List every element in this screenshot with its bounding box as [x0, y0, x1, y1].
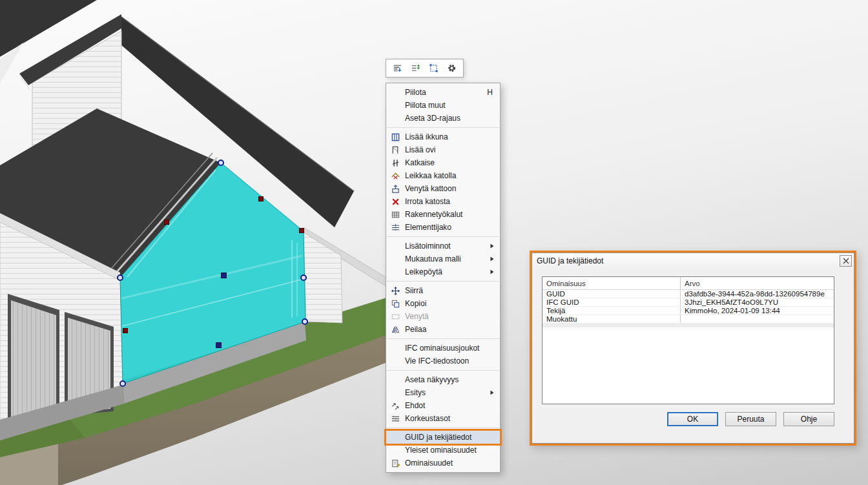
menu-item-ominaisuudet[interactable]: Ominaisuudet	[386, 457, 500, 470]
menu-item-kopioi[interactable]: Kopioi	[386, 297, 500, 310]
selection-handle[interactable]	[118, 275, 123, 280]
sort-list-icon[interactable]	[391, 62, 404, 74]
element-division-icon	[390, 222, 401, 232]
menu-item-ifc-ominaisuusjoukot[interactable]: IFC ominaisuusjoukot	[386, 342, 500, 355]
table-row[interactable]: GUIDd3afdb3e-3944-452a-98dd-13260954789e	[542, 290, 834, 298]
conditions-icon	[390, 400, 401, 411]
menu-item-irrota-katosta[interactable]: Irrota katosta	[386, 195, 500, 208]
guid-dialog: GUID ja tekijätiedot Ominaisuus Arvo GUI…	[532, 253, 854, 444]
selection-handle[interactable]	[301, 275, 306, 280]
close-icon	[843, 258, 849, 264]
menu-item-elementtijako[interactable]: Elementtijako	[386, 221, 500, 234]
selection-handle[interactable]	[302, 319, 307, 324]
properties-icon	[390, 458, 401, 468]
menu-item-piilota-muut[interactable]: Piilota muut	[386, 99, 500, 112]
peruuta-button[interactable]: Peruuta	[725, 412, 776, 426]
garage-door[interactable]	[11, 300, 56, 417]
menu-separator	[387, 281, 499, 282]
submenu-arrow-icon	[490, 256, 495, 262]
dialog-button-row: OKPeruutaOhje	[542, 412, 834, 426]
roof-cut-icon	[390, 170, 401, 181]
menu-separator	[387, 428, 499, 428]
menu-item-siirra[interactable]: Siirrä	[386, 284, 500, 297]
selection-handle[interactable]	[123, 329, 128, 333]
right-end-wall	[304, 232, 342, 323]
stretch-icon	[390, 311, 401, 322]
menu-item-lisaa-ikkuna[interactable]: Lisää ikkuna	[386, 130, 500, 143]
table-header-row: Ominaisuus Arvo	[542, 277, 834, 290]
selection-handle[interactable]	[300, 229, 304, 233]
menu-item-aseta-3d-rajaus[interactable]: Aseta 3D-rajaus	[386, 112, 500, 125]
menu-item-leikkaa-katolla[interactable]: Leikkaa katolla	[386, 169, 500, 182]
select-area-icon[interactable]	[428, 62, 440, 74]
menu-item-guid-ja-tekijatiedot[interactable]: GUID ja tekijätiedot	[386, 431, 500, 444]
stretch-to-roof-icon	[390, 183, 401, 194]
move-icon	[390, 285, 401, 296]
dialog-close-button[interactable]	[840, 255, 852, 267]
dialog-body: Ominaisuus Arvo GUIDd3afdb3e-3944-452a-9…	[532, 268, 854, 443]
ok-button[interactable]: OK	[667, 412, 718, 426]
transfer-settings-icon[interactable]	[409, 62, 422, 74]
mirror-icon	[390, 324, 401, 335]
copy-icon	[390, 298, 401, 309]
selection-handle[interactable]	[165, 220, 169, 225]
shortcut-key: H	[487, 88, 495, 97]
selection-handle[interactable]	[120, 381, 125, 386]
dialog-titlebar[interactable]: GUID ja tekijätiedot	[532, 253, 854, 268]
menu-item-venyta-kattoon[interactable]: Venytä kattoon	[386, 182, 500, 195]
menu-item-rakennetyokalut[interactable]: Rakennetyökalut	[386, 208, 500, 221]
break-icon	[390, 158, 401, 168]
properties-table: Ominaisuus Arvo GUIDd3afdb3e-3944-452a-9…	[542, 276, 834, 404]
window-icon	[390, 132, 401, 142]
selection-handle[interactable]	[216, 343, 222, 348]
selection-handle[interactable]	[222, 273, 227, 278]
submenu-arrow-icon	[490, 269, 495, 274]
table-row[interactable]: TekijäKimmoHo, 2024-01-09 13:44	[542, 307, 834, 315]
dialog-highlight-frame: GUID ja tekijätiedot Ominaisuus Arvo GUI…	[530, 251, 856, 446]
structure-tools-icon	[390, 209, 401, 220]
application-window: PiilotaHPiilota muutAseta 3D-rajausLisää…	[0, 0, 868, 485]
menu-item-peilaa[interactable]: Peilaa	[386, 323, 500, 336]
menu-item-yleiset-ominaisuudet[interactable]: Yleiset ominaisuudet	[386, 444, 500, 457]
floating-toolbar	[386, 59, 464, 77]
menu-item-mukautuva-malli[interactable]: Mukautuva malli	[386, 253, 500, 265]
menu-item-korkeustasot[interactable]: Korkeustasot	[386, 412, 500, 425]
menu-item-ehdot[interactable]: Ehdot	[386, 399, 500, 412]
column-header-ominaisuus: Ominaisuus	[542, 277, 681, 289]
gear-icon[interactable]	[446, 62, 458, 74]
levels-icon	[390, 413, 401, 424]
selection-handle[interactable]	[218, 160, 223, 165]
3d-viewport[interactable]	[0, 0, 426, 485]
menu-item-piilota[interactable]: PiilotaH	[386, 86, 500, 99]
column-header-arvo: Arvo	[681, 277, 834, 289]
menu-item-aseta-nakyvyys[interactable]: Aseta näkyvyys	[386, 373, 500, 386]
submenu-arrow-icon	[490, 243, 495, 249]
table-row-empty	[542, 327, 834, 327]
submenu-arrow-icon	[490, 390, 495, 395]
menu-separator	[387, 370, 499, 371]
menu-item-venyta[interactable]: Venytä	[386, 310, 500, 323]
menu-item-esitys[interactable]: Esitys	[386, 386, 500, 399]
menu-item-lisaa-ovi[interactable]: Lisää ovi	[386, 143, 500, 156]
menu-item-vie-ifc-tiedostoon[interactable]: Vie IFC-tiedostoon	[386, 355, 500, 367]
door-icon	[390, 145, 401, 155]
table-row[interactable]: IFC GUID3Jhzi_EKH5AfZT4oO9L7YU	[542, 298, 834, 307]
selection-handle[interactable]	[259, 197, 264, 201]
dialog-title: GUID ja tekijätiedot	[537, 256, 840, 265]
table-row[interactable]: Muokattu	[542, 315, 834, 324]
menu-separator	[387, 236, 499, 237]
menu-item-katkaise[interactable]: Katkaise	[386, 156, 500, 169]
menu-separator	[387, 127, 499, 128]
ohje-button[interactable]: Ohje	[783, 412, 834, 426]
menu-separator	[387, 338, 499, 339]
detach-from-roof-icon	[390, 196, 401, 207]
context-menu: PiilotaHPiilota muutAseta 3D-rajausLisää…	[386, 83, 501, 473]
menu-item-lisatoiminnot[interactable]: Lisätoiminnot	[386, 240, 500, 253]
menu-item-leikepoyta[interactable]: Leikepöytä	[386, 265, 500, 278]
table-body: GUIDd3afdb3e-3944-452a-98dd-13260954789e…	[542, 290, 834, 327]
